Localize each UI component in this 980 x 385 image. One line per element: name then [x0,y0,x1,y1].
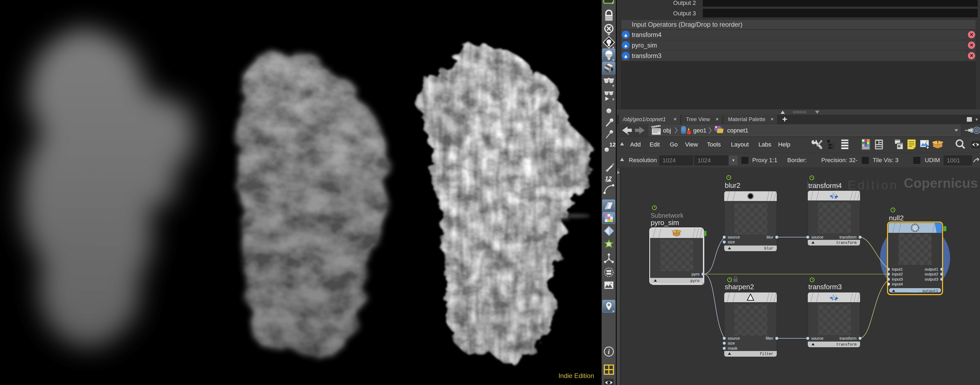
svg-text:blur: blur [764,246,773,251]
svg-text:output2: output2 [925,272,938,276]
svg-text:input4: input4 [892,282,903,286]
svg-text:source: source [728,235,740,239]
svg-text:Subnetwork: Subnetwork [651,212,684,219]
svg-text:source: source [811,336,823,340]
svg-text:input1: input1 [892,267,903,272]
svg-text:sharpen2: sharpen2 [725,283,754,291]
svg-text:transform4: transform4 [808,182,842,190]
svg-text:blur: blur [767,235,773,239]
svg-text:copnet1: copnet1 [727,127,748,134]
svg-text:mask: mask [728,346,737,350]
svg-text:source: source [728,336,740,340]
svg-text:transform: transform [840,336,857,340]
svg-text:output3: output3 [925,277,938,281]
svg-text:transform: transform [836,241,857,245]
svg-text:filter: filter [766,336,773,340]
svg-text:pyro_sim: pyro_sim [651,219,679,227]
svg-text:obj: obj [663,127,671,134]
svg-text:null2: null2 [889,214,904,222]
svg-text:12: 12 [609,141,616,148]
svg-text:input2: input2 [892,272,903,276]
svg-text:i: i [608,348,610,356]
svg-text:input3: input3 [892,277,903,281]
svg-text:filter: filter [760,352,773,356]
svg-text:pyro: pyro [690,279,699,283]
svg-text:Copernicus: Copernicus [904,176,978,191]
svg-text:output1: output1 [925,267,938,272]
svg-text:geo1: geo1 [693,127,706,134]
svg-text:output1: output1 [922,289,938,293]
svg-text:pyro: pyro [692,272,699,276]
svg-text:source: source [811,235,823,239]
svg-text:size: size [728,240,735,244]
svg-text:transform: transform [840,235,857,239]
svg-text:blur2: blur2 [725,181,740,189]
svg-text:size: size [728,341,735,345]
svg-text:transform3: transform3 [808,283,842,291]
svg-text:transform: transform [836,342,857,347]
